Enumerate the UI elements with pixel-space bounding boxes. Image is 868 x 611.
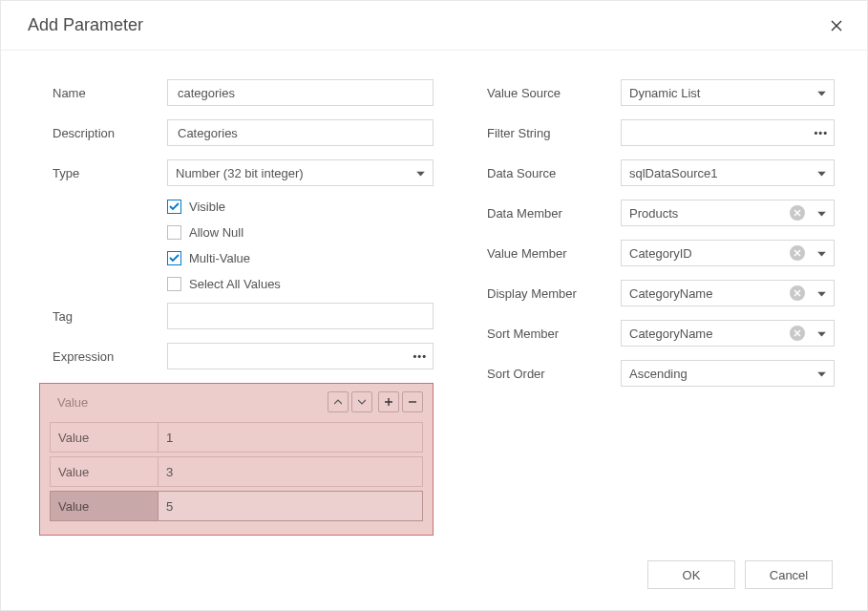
type-row: Type Number (32 bit integer) <box>53 159 434 186</box>
valuemember-row: Value Member CategoryID <box>487 240 835 266</box>
sortorder-select[interactable]: Ascending <box>621 360 835 387</box>
sortorder-value: Ascending <box>629 367 688 381</box>
close-icon <box>794 289 801 297</box>
filterstring-field[interactable]: ••• <box>621 119 835 146</box>
expression-label: Expression <box>53 349 167 364</box>
datasource-select[interactable]: sqlDataSource1 <box>621 159 835 186</box>
description-input[interactable] <box>176 120 425 145</box>
ok-button[interactable]: OK <box>647 560 735 589</box>
check-icon <box>169 202 180 211</box>
description-field[interactable] <box>167 119 434 146</box>
chevron-down-icon <box>817 86 826 100</box>
filterstring-input[interactable] <box>629 120 826 145</box>
cancel-button[interactable]: Cancel <box>745 560 833 589</box>
datasource-value: sqlDataSource1 <box>629 166 718 180</box>
datamember-label: Data Member <box>487 206 621 221</box>
visible-checkbox-label: Visible <box>189 200 225 214</box>
chevron-down-icon <box>817 367 826 381</box>
type-select[interactable]: Number (32 bit integer) <box>167 159 434 186</box>
filterstring-row: Filter String ••• <box>487 119 835 146</box>
valuesource-label: Value Source <box>487 86 621 100</box>
tag-field[interactable] <box>167 303 434 329</box>
datamember-row: Data Member Products <box>487 200 835 226</box>
datamember-select[interactable]: Products <box>621 200 835 226</box>
chevron-down-icon <box>817 206 826 221</box>
sortmember-row: Sort Member CategoryName <box>487 320 835 347</box>
dialog-body: Name Description Type Number (32 bit int… <box>1 51 867 536</box>
value-item-label: Value <box>51 499 158 514</box>
clear-button[interactable] <box>790 205 805 221</box>
close-icon <box>794 329 801 337</box>
expression-field[interactable]: ••• <box>167 343 434 369</box>
minus-icon <box>408 397 417 407</box>
chevron-down-icon <box>817 327 826 341</box>
sortmember-value: CategoryName <box>629 327 712 341</box>
move-up-button[interactable] <box>328 391 349 412</box>
datasource-row: Data Source sqlDataSource1 <box>487 159 835 186</box>
valuemember-select[interactable]: CategoryID <box>621 240 835 266</box>
value-item-field[interactable]: 1 <box>158 423 422 452</box>
selectall-checkbox[interactable] <box>167 277 181 291</box>
valuemember-value: CategoryID <box>629 246 692 261</box>
multivalue-checkbox[interactable] <box>167 251 181 265</box>
value-item-label: Value <box>51 431 158 445</box>
visible-checkbox-row: Visible <box>167 200 434 214</box>
displaymember-label: Display Member <box>487 286 621 301</box>
visible-checkbox[interactable] <box>167 200 181 214</box>
value-list: Value 1 Value 3 Value 5 <box>40 420 433 535</box>
clear-button[interactable] <box>790 326 805 341</box>
clear-button[interactable] <box>790 245 805 261</box>
filterstring-ellipsis-button[interactable]: ••• <box>814 127 828 138</box>
close-icon <box>794 209 801 217</box>
value-item[interactable]: Value 5 <box>50 491 423 521</box>
datamember-value: Products <box>629 206 678 221</box>
valuesource-row: Value Source Dynamic List <box>487 79 835 106</box>
multivalue-checkbox-row: Multi-Value <box>167 251 434 265</box>
value-item-label: Value <box>51 465 158 479</box>
check-icon <box>169 254 180 263</box>
sortmember-label: Sort Member <box>487 327 621 341</box>
expression-input[interactable] <box>176 344 425 369</box>
value-panel-title: Value <box>57 395 328 410</box>
datasource-label: Data Source <box>487 166 621 180</box>
value-item-field[interactable]: 5 <box>158 492 422 520</box>
allownull-checkbox[interactable] <box>167 225 181 240</box>
displaymember-row: Display Member CategoryName <box>487 280 835 306</box>
close-button[interactable] <box>827 16 846 35</box>
description-label: Description <box>53 126 167 140</box>
sortmember-select[interactable]: CategoryName <box>621 320 835 347</box>
value-panel-buttons <box>328 391 423 412</box>
valuesource-select[interactable]: Dynamic List <box>621 79 835 106</box>
remove-value-button[interactable] <box>402 391 423 412</box>
allownull-checkbox-label: Allow Null <box>189 225 243 240</box>
plus-icon <box>384 397 393 407</box>
tag-input[interactable] <box>176 304 425 328</box>
expression-row: Expression ••• <box>53 343 434 369</box>
type-label: Type <box>53 166 167 180</box>
value-item[interactable]: Value 3 <box>50 456 423 487</box>
selectall-checkbox-row: Select All Values <box>167 277 434 291</box>
valuemember-label: Value Member <box>487 246 621 261</box>
value-item[interactable]: Value 1 <box>50 422 423 453</box>
move-down-button[interactable] <box>351 391 372 412</box>
displaymember-select[interactable]: CategoryName <box>621 280 835 306</box>
dialog-title: Add Parameter <box>28 15 143 35</box>
name-input[interactable] <box>176 80 425 105</box>
description-row: Description <box>53 119 434 146</box>
filterstring-label: Filter String <box>487 126 621 140</box>
add-parameter-dialog: Add Parameter Name Description Type <box>0 0 868 611</box>
value-item-field[interactable]: 3 <box>158 457 422 486</box>
name-label: Name <box>53 86 167 100</box>
clear-button[interactable] <box>790 285 805 301</box>
selectall-checkbox-label: Select All Values <box>189 277 281 291</box>
close-icon <box>794 249 801 257</box>
name-field[interactable] <box>167 79 434 106</box>
value-panel-header: Value <box>40 384 433 420</box>
chevron-down-icon <box>817 286 826 301</box>
left-column: Name Description Type Number (32 bit int… <box>53 79 434 536</box>
add-value-button[interactable] <box>378 391 399 412</box>
expression-ellipsis-button[interactable]: ••• <box>413 350 427 362</box>
titlebar: Add Parameter <box>1 1 867 51</box>
right-column: Value Source Dynamic List Filter String … <box>487 79 835 536</box>
chevron-down-icon <box>358 399 366 405</box>
